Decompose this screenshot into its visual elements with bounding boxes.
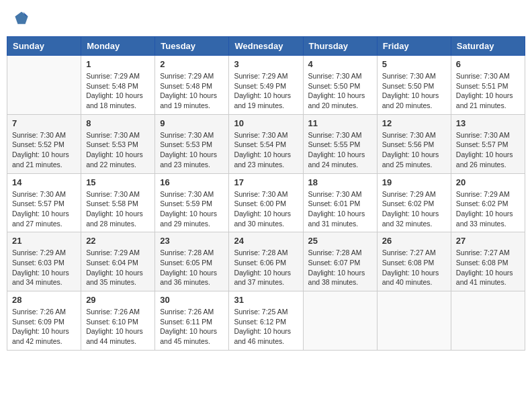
day-info: Sunrise: 7:30 AM Sunset: 5:53 PM Dayligh… [86,130,150,170]
calendar-cell: 15Sunrise: 7:30 AM Sunset: 5:58 PM Dayli… [81,173,155,232]
header-day-tuesday: Tuesday [155,37,229,56]
calendar-cell: 16Sunrise: 7:30 AM Sunset: 5:59 PM Dayli… [155,173,229,232]
day-number: 30 [160,295,224,305]
calendar-cell: 14Sunrise: 7:30 AM Sunset: 5:57 PM Dayli… [7,173,81,232]
calendar-cell [451,291,525,351]
day-number: 28 [12,295,76,305]
day-info: Sunrise: 7:29 AM Sunset: 6:03 PM Dayligh… [12,248,76,287]
day-number: 31 [234,295,298,305]
day-number: 1 [86,59,150,69]
header-day-friday: Friday [377,37,451,56]
day-number: 14 [12,177,76,187]
day-info: Sunrise: 7:28 AM Sunset: 6:06 PM Dayligh… [234,248,298,287]
day-info: Sunrise: 7:29 AM Sunset: 6:02 PM Dayligh… [382,189,446,229]
day-number: 19 [382,177,446,187]
day-info: Sunrise: 7:29 AM Sunset: 5:48 PM Dayligh… [160,71,224,111]
day-info: Sunrise: 7:30 AM Sunset: 5:50 PM Dayligh… [308,71,372,111]
day-number: 17 [234,177,298,187]
calendar-cell: 10Sunrise: 7:30 AM Sunset: 5:54 PM Dayli… [229,114,303,173]
day-info: Sunrise: 7:30 AM Sunset: 6:00 PM Dayligh… [234,189,298,229]
day-info: Sunrise: 7:30 AM Sunset: 5:57 PM Dayligh… [456,130,520,170]
page-header [7,7,525,30]
day-number: 21 [12,236,76,246]
calendar-cell: 17Sunrise: 7:30 AM Sunset: 6:00 PM Dayli… [229,173,303,232]
day-number: 9 [160,118,224,128]
calendar-cell: 31Sunrise: 7:25 AM Sunset: 6:12 PM Dayli… [229,291,303,351]
calendar-cell: 5Sunrise: 7:30 AM Sunset: 5:50 PM Daylig… [377,56,451,115]
day-number: 7 [12,118,76,128]
day-info: Sunrise: 7:30 AM Sunset: 5:50 PM Dayligh… [382,71,446,111]
day-info: Sunrise: 7:26 AM Sunset: 6:11 PM Dayligh… [160,307,224,347]
calendar-cell: 27Sunrise: 7:27 AM Sunset: 6:08 PM Dayli… [451,232,525,291]
day-number: 10 [234,118,298,128]
day-info: Sunrise: 7:30 AM Sunset: 5:56 PM Dayligh… [382,130,446,170]
day-info: Sunrise: 7:30 AM Sunset: 5:58 PM Dayligh… [86,189,150,229]
calendar-cell: 9Sunrise: 7:30 AM Sunset: 5:53 PM Daylig… [155,114,229,173]
day-info: Sunrise: 7:29 AM Sunset: 6:02 PM Dayligh… [456,189,520,229]
day-info: Sunrise: 7:27 AM Sunset: 6:08 PM Dayligh… [456,248,520,287]
day-number: 16 [160,177,224,187]
day-info: Sunrise: 7:29 AM Sunset: 6:04 PM Dayligh… [86,248,150,287]
calendar-cell: 28Sunrise: 7:26 AM Sunset: 6:09 PM Dayli… [7,291,81,351]
day-info: Sunrise: 7:26 AM Sunset: 6:09 PM Dayligh… [12,307,76,347]
calendar-table: SundayMondayTuesdayWednesdayThursdayFrid… [7,36,525,351]
calendar-cell: 11Sunrise: 7:30 AM Sunset: 5:55 PM Dayli… [303,114,377,173]
calendar-cell: 26Sunrise: 7:27 AM Sunset: 6:08 PM Dayli… [377,232,451,291]
day-info: Sunrise: 7:29 AM Sunset: 5:49 PM Dayligh… [234,71,298,111]
calendar-cell: 1Sunrise: 7:29 AM Sunset: 5:48 PM Daylig… [81,56,155,115]
calendar-cell: 4Sunrise: 7:30 AM Sunset: 5:50 PM Daylig… [303,56,377,115]
day-number: 4 [308,59,372,69]
header-day-monday: Monday [81,37,155,56]
day-info: Sunrise: 7:30 AM Sunset: 5:51 PM Dayligh… [456,71,520,111]
day-info: Sunrise: 7:25 AM Sunset: 6:12 PM Dayligh… [234,307,298,347]
day-info: Sunrise: 7:30 AM Sunset: 5:54 PM Dayligh… [234,130,298,170]
day-info: Sunrise: 7:30 AM Sunset: 5:55 PM Dayligh… [308,130,372,170]
calendar-header: SundayMondayTuesdayWednesdayThursdayFrid… [7,37,525,56]
week-row-3: 14Sunrise: 7:30 AM Sunset: 5:57 PM Dayli… [7,173,525,232]
day-number: 26 [382,236,446,246]
day-number: 22 [86,236,150,246]
calendar-cell: 2Sunrise: 7:29 AM Sunset: 5:48 PM Daylig… [155,56,229,115]
calendar-cell: 7Sunrise: 7:30 AM Sunset: 5:52 PM Daylig… [7,114,81,173]
calendar-cell: 19Sunrise: 7:29 AM Sunset: 6:02 PM Dayli… [377,173,451,232]
day-info: Sunrise: 7:27 AM Sunset: 6:08 PM Dayligh… [382,248,446,287]
header-day-saturday: Saturday [451,37,525,56]
calendar-body: 1Sunrise: 7:29 AM Sunset: 5:48 PM Daylig… [7,56,525,351]
calendar-cell [7,56,81,115]
logo-icon [13,10,30,26]
header-day-wednesday: Wednesday [229,37,303,56]
day-number: 8 [86,118,150,128]
calendar-cell: 12Sunrise: 7:30 AM Sunset: 5:56 PM Dayli… [377,114,451,173]
header-day-thursday: Thursday [303,37,377,56]
day-info: Sunrise: 7:30 AM Sunset: 5:57 PM Dayligh… [12,189,76,229]
day-number: 6 [456,59,520,69]
day-number: 27 [456,236,520,246]
day-info: Sunrise: 7:28 AM Sunset: 6:05 PM Dayligh… [160,248,224,287]
day-number: 5 [382,59,446,69]
week-row-4: 21Sunrise: 7:29 AM Sunset: 6:03 PM Dayli… [7,232,525,291]
day-number: 12 [382,118,446,128]
calendar-cell: 22Sunrise: 7:29 AM Sunset: 6:04 PM Dayli… [81,232,155,291]
day-number: 15 [86,177,150,187]
day-number: 24 [234,236,298,246]
calendar-cell: 21Sunrise: 7:29 AM Sunset: 6:03 PM Dayli… [7,232,81,291]
logo [13,10,35,26]
calendar-cell: 29Sunrise: 7:26 AM Sunset: 6:10 PM Dayli… [81,291,155,351]
day-info: Sunrise: 7:30 AM Sunset: 5:53 PM Dayligh… [160,130,224,170]
calendar-cell: 13Sunrise: 7:30 AM Sunset: 5:57 PM Dayli… [451,114,525,173]
day-number: 11 [308,118,372,128]
day-info: Sunrise: 7:29 AM Sunset: 5:48 PM Dayligh… [86,71,150,111]
calendar-cell: 18Sunrise: 7:30 AM Sunset: 6:01 PM Dayli… [303,173,377,232]
day-info: Sunrise: 7:30 AM Sunset: 6:01 PM Dayligh… [308,189,372,229]
day-number: 18 [308,177,372,187]
day-number: 20 [456,177,520,187]
day-info: Sunrise: 7:26 AM Sunset: 6:10 PM Dayligh… [86,307,150,347]
day-info: Sunrise: 7:28 AM Sunset: 6:07 PM Dayligh… [308,248,372,287]
day-number: 3 [234,59,298,69]
calendar-cell: 8Sunrise: 7:30 AM Sunset: 5:53 PM Daylig… [81,114,155,173]
day-number: 29 [86,295,150,305]
calendar-cell: 6Sunrise: 7:30 AM Sunset: 5:51 PM Daylig… [451,56,525,115]
day-number: 2 [160,59,224,69]
week-row-5: 28Sunrise: 7:26 AM Sunset: 6:09 PM Dayli… [7,291,525,351]
header-row: SundayMondayTuesdayWednesdayThursdayFrid… [7,37,525,56]
